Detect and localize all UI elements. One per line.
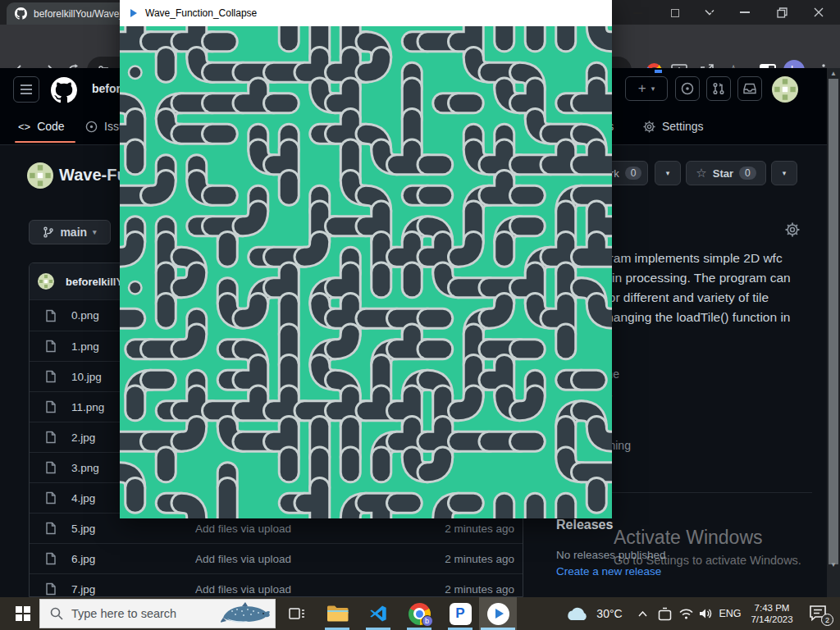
pull-requests-header-icon[interactable]: [706, 76, 731, 101]
commit-avatar: [38, 273, 54, 290]
clock-time: 7:43 PM: [755, 602, 790, 614]
tablet-mode-icon[interactable]: [655, 597, 674, 630]
github-logo-icon[interactable]: [51, 77, 77, 103]
vscode-button[interactable]: [364, 597, 392, 630]
github-favicon-icon: [15, 7, 27, 20]
wfc-pattern-canvas: [120, 26, 612, 518]
file-name-link[interactable]: 7.jpg: [71, 583, 182, 596]
scroll-down-icon[interactable]: ▼: [827, 559, 840, 570]
caret-down-icon: ▾: [93, 228, 97, 236]
file-name-link[interactable]: 5.jpg: [71, 523, 182, 535]
file-icon: [44, 552, 57, 565]
create-new-button[interactable]: +▾: [625, 76, 668, 101]
search-icon: [50, 607, 63, 620]
file-icon: [44, 431, 57, 444]
browser-close-button[interactable]: [802, 0, 835, 25]
activate-windows-watermark: Activate Windows: [614, 527, 763, 549]
clock-date: 7/14/2023: [751, 614, 792, 625]
file-icon: [44, 491, 57, 504]
clock[interactable]: 7:43 PM 7/14/2023: [745, 597, 799, 630]
chrome-icon: b: [409, 603, 431, 625]
file-icon: [44, 309, 57, 322]
play-icon: [487, 603, 509, 625]
hamburger-menu-icon[interactable]: [13, 76, 39, 103]
file-icon: [44, 461, 57, 474]
table-row[interactable]: 6.jpgAdd files via upload2 minutes ago: [30, 543, 523, 573]
gear-icon: [643, 121, 655, 133]
star-dropdown-button[interactable]: ▾: [771, 161, 797, 185]
scroll-up-icon[interactable]: ▲: [827, 68, 840, 79]
weather-icon[interactable]: [563, 597, 591, 630]
commit-message-link[interactable]: Add files via upload: [195, 553, 291, 565]
wfc-app-window: Wave_Function_Collapse: [120, 0, 612, 518]
wfc-maximize-button[interactable]: [656, 0, 693, 26]
active-tab-underline: [15, 141, 75, 143]
fork-dropdown-button[interactable]: ▾: [655, 161, 681, 185]
tab-settings-label: Settings: [662, 120, 704, 133]
sketch-window-button[interactable]: [479, 597, 517, 630]
notification-center-button[interactable]: 2: [804, 597, 837, 630]
desktop: beforelkillYou/Wave_Function_Collapse: [0, 0, 840, 630]
code-icon: <>: [18, 121, 30, 133]
branch-selector[interactable]: main ▾: [29, 220, 111, 244]
taskbar-search-input[interactable]: Type here to search: [39, 599, 276, 628]
star-icon: ☆: [696, 166, 706, 180]
issue-dot-icon: [85, 121, 98, 133]
search-placeholder: Type here to search: [71, 607, 221, 620]
file-explorer-button[interactable]: [323, 597, 351, 630]
commit-time: 2 minutes ago: [445, 553, 514, 565]
speaker-icon[interactable]: [696, 597, 715, 630]
page-scrollbar[interactable]: ▲ ▼: [827, 68, 840, 597]
file-icon: [44, 340, 57, 353]
scrollbar-thumb[interactable]: [829, 79, 838, 564]
branch-icon: [43, 226, 54, 238]
wfc-window-title: Wave_Function_Collapse: [145, 7, 257, 19]
star-label: Star: [713, 167, 733, 180]
notification-badge: 2: [821, 614, 833, 626]
file-icon: [44, 582, 57, 596]
activate-windows-subtext: Go to Settings to activate Windows.: [614, 554, 801, 567]
user-avatar[interactable]: [772, 76, 798, 103]
issues-header-icon[interactable]: [675, 76, 700, 101]
browser-minimize-button[interactable]: [728, 0, 761, 25]
star-count: 0: [739, 167, 756, 180]
temperature-label[interactable]: 30°C: [592, 597, 627, 630]
browser-restore-button[interactable]: [765, 0, 798, 25]
sketch-app-icon: [130, 9, 137, 17]
releases-heading[interactable]: Releases: [556, 518, 613, 532]
wfc-titlebar[interactable]: Wave_Function_Collapse: [120, 0, 612, 26]
about-gear-icon[interactable]: [785, 222, 800, 237]
inbox-icon[interactable]: [737, 76, 762, 101]
file-name-link[interactable]: 6.jpg: [71, 553, 182, 565]
whale-shark-image[interactable]: [221, 601, 272, 626]
start-button[interactable]: [8, 597, 38, 630]
commit-message-link[interactable]: Add files via upload: [195, 523, 291, 535]
file-icon: [44, 522, 57, 535]
fork-count: 0: [625, 167, 642, 180]
commit-time: 2 minutes ago: [445, 583, 514, 596]
tray-expand-chevron-icon[interactable]: [633, 597, 651, 630]
task-view-button[interactable]: [284, 597, 310, 630]
file-icon: [44, 400, 57, 413]
wfc-close-button[interactable]: [694, 0, 731, 26]
processing-button[interactable]: P: [446, 597, 474, 630]
tab-settings[interactable]: Settings: [643, 114, 704, 139]
windows-logo-icon: [16, 606, 30, 621]
chrome-button[interactable]: b: [405, 597, 433, 630]
wfc-minimize-button[interactable]: [619, 0, 656, 26]
wifi-icon[interactable]: [676, 597, 696, 630]
taskbar: Type here to search b: [0, 597, 840, 630]
language-indicator[interactable]: ENG: [715, 597, 745, 630]
commit-time: 2 minutes ago: [445, 523, 514, 535]
tab-code-label: Code: [37, 120, 64, 133]
tab-code[interactable]: <> Code: [18, 114, 65, 139]
commit-message-link[interactable]: Add files via upload: [195, 583, 291, 596]
branch-label: main: [60, 226, 87, 239]
processing-icon: P: [450, 603, 472, 625]
table-row[interactable]: 7.jpgAdd files via upload2 minutes ago: [30, 573, 523, 597]
star-button[interactable]: ☆ Star 0: [686, 161, 766, 185]
create-release-link[interactable]: Create a new release: [556, 565, 661, 578]
repo-avatar: [27, 162, 53, 189]
file-icon: [44, 370, 57, 383]
